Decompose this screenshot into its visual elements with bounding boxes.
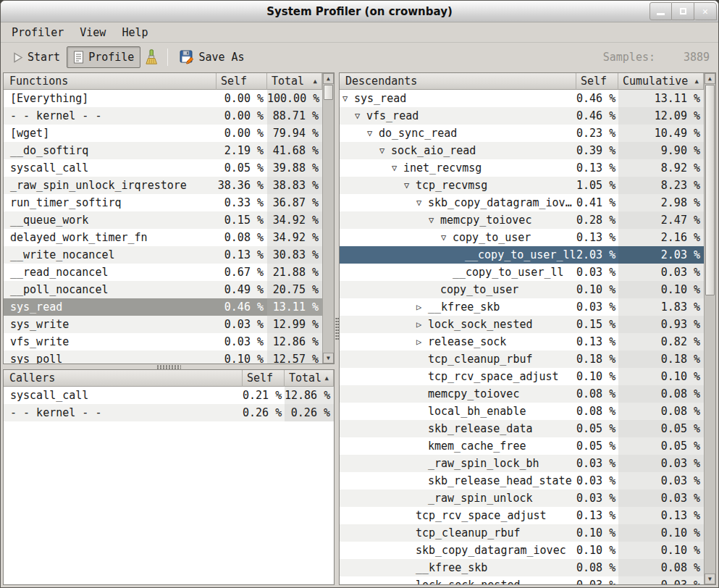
tree-row[interactable]: __kfree_skb0.08 %0.08 %	[340, 559, 704, 576]
descendants-scrollbar-track[interactable]	[705, 84, 715, 574]
table-row[interactable]: vfs_write0.03 %12.86 %	[4, 333, 322, 350]
self-column-header[interactable]: Self	[243, 370, 285, 387]
tree-row[interactable]: skb_release_data0.05 %0.05 %	[340, 420, 704, 437]
tree-row[interactable]: ▽sock_aio_read0.39 %9.90 %	[340, 142, 704, 159]
expander-closed-icon[interactable]: ▷	[416, 298, 428, 316]
tree-row[interactable]: kmem_cache_free0.05 %0.05 %	[340, 437, 704, 455]
tree-row[interactable]: _raw_spin_lock_bh0.03 %0.03 %	[340, 455, 704, 472]
total-column-header[interactable]: Total ▲	[285, 370, 334, 387]
scroll-down-icon[interactable]: ▼	[705, 574, 715, 584]
table-row[interactable]: __queue_work0.15 %34.92 %	[4, 211, 322, 229]
callers-column-header[interactable]: Callers	[4, 370, 243, 387]
tree-row[interactable]: memcpy_toiovec0.08 %0.08 %	[340, 385, 704, 403]
tree-row[interactable]: ▷release_sock0.13 %0.82 %	[340, 333, 704, 350]
expander-open-icon[interactable]: ▽	[342, 90, 354, 107]
table-row[interactable]: __do_softirq2.19 %41.68 %	[4, 142, 322, 159]
expander-closed-icon[interactable]: ▷	[416, 316, 428, 333]
tree-row[interactable]: tcp_rcv_space_adjust0.10 %0.10 %	[340, 368, 704, 385]
tree-row[interactable]: ▽memcpy_toiovec0.28 %2.47 %	[340, 211, 704, 229]
tree-row[interactable]: ▽copy_to_user0.13 %2.16 %	[340, 229, 704, 246]
menu-view[interactable]: View	[72, 24, 114, 41]
tree-row[interactable]: ▷lock_sock_nested0.15 %0.93 %	[340, 316, 704, 333]
tree-row[interactable]: tcp_cleanup_rbuf0.10 %0.10 %	[340, 524, 704, 542]
functions-scrollbar-thumb[interactable]	[324, 85, 333, 100]
expander-open-icon[interactable]: ▽	[379, 142, 391, 159]
start-button[interactable]: Start	[7, 46, 67, 68]
self-percent-cell: 0.46 %	[576, 90, 618, 107]
table-row[interactable]: run_timer_softirq0.33 %36.87 %	[4, 194, 322, 211]
tree-row[interactable]: tcp_rcv_space_adjust0.13 %0.13 %	[340, 507, 704, 524]
table-row[interactable]: __read_nocancel0.67 %21.88 %	[4, 264, 322, 281]
expander-open-icon[interactable]: ▽	[367, 125, 379, 142]
table-row[interactable]: __write_nocancel0.13 %30.83 %	[4, 246, 322, 264]
tree-row[interactable]: _raw_spin_unlock0.03 %0.03 %	[340, 490, 704, 507]
total-percent-cell: 0.10 %	[618, 542, 704, 559]
menu-profiler[interactable]: Profiler	[4, 24, 72, 41]
tree-row[interactable]: ▽vfs_read0.46 %12.09 %	[340, 107, 704, 125]
save-as-button[interactable]: Save As	[173, 46, 251, 69]
table-row[interactable]: [wget]0.00 %79.94 %	[4, 125, 322, 142]
table-row[interactable]: __poll_nocancel0.49 %20.75 %	[4, 281, 322, 298]
self-column-header[interactable]: Self	[576, 73, 618, 90]
functions-scrollbar-track[interactable]	[323, 84, 334, 353]
self-percent-cell: 0.03 %	[576, 455, 618, 472]
close-button[interactable]: ✕	[694, 2, 717, 20]
scroll-down-icon[interactable]: ▼	[323, 353, 334, 364]
cumulative-column-header[interactable]: Cumulative ▲	[618, 73, 704, 90]
expander-open-icon[interactable]: ▽	[429, 211, 440, 229]
tree-row[interactable]: ▽skb_copy_datagram_iov…0.41 %2.98 %	[340, 194, 704, 211]
horizontal-splitter[interactable]	[3, 364, 335, 369]
expander-open-icon[interactable]: ▽	[441, 229, 453, 246]
total-percent-cell: 2.16 %	[618, 229, 704, 246]
table-row[interactable]: syscall_call0.05 %39.88 %	[4, 159, 322, 177]
self-column-header[interactable]: Self	[216, 73, 267, 90]
left-column: Functions Self Total ▲ [Everything]0.00 …	[3, 72, 335, 585]
table-row[interactable]: - - kernel - -0.00 %88.71 %	[4, 107, 322, 125]
menu-help[interactable]: Help	[114, 24, 156, 41]
expander-open-icon[interactable]: ▽	[392, 159, 403, 177]
maximize-button[interactable]	[672, 2, 694, 20]
tree-row[interactable]: skb_copy_datagram_iovec0.10 %0.10 %	[340, 542, 704, 559]
expander-open-icon[interactable]: ▽	[404, 177, 416, 194]
tree-row[interactable]: ▽inet_recvmsg0.13 %8.92 %	[340, 159, 704, 177]
table-row[interactable]: - - kernel - -0.26 %0.26 %	[4, 404, 334, 421]
tree-row[interactable]: ▽sys_read0.46 %13.11 %	[340, 90, 704, 107]
tree-row[interactable]: __copy_to_user_ll2.03 %2.03 %	[340, 246, 704, 264]
tree-row[interactable]: skb_release_head_state0.03 %0.03 %	[340, 472, 704, 490]
reset-button[interactable]	[140, 45, 162, 70]
profile-toggle-button[interactable]: Profile	[67, 46, 140, 68]
tree-row[interactable]: ▽do_sync_read0.23 %10.49 %	[340, 125, 704, 142]
self-percent-cell: 0.10 %	[576, 368, 618, 385]
functions-scrollbar[interactable]: ▲ ▼	[322, 73, 334, 364]
expander-closed-icon[interactable]: ▷	[416, 333, 428, 350]
table-row[interactable]: sys_poll0.10 %12.57 %	[4, 350, 322, 364]
minimize-button[interactable]	[649, 2, 672, 20]
scroll-up-icon[interactable]: ▲	[323, 73, 334, 84]
descendants-scrollbar[interactable]: ▲ ▼	[704, 73, 715, 584]
table-row[interactable]: sys_write0.03 %12.99 %	[4, 316, 322, 333]
tree-row[interactable]: __copy_to_user_ll0.03 %0.03 %	[340, 264, 704, 281]
tree-row[interactable]: lock_sock_nested0.03 %0.03 %	[340, 576, 704, 584]
function-name-cell: ▽skb_copy_datagram_iov…	[340, 194, 576, 211]
self-percent-cell: 0.08 %	[216, 229, 267, 246]
descendants-column-header[interactable]: Descendants	[340, 73, 576, 90]
descendants-scrollbar-thumb[interactable]	[705, 85, 715, 295]
titlebar[interactable]: System Profiler (on crownbay) ✕	[1, 1, 718, 22]
total-column-header[interactable]: Total ▲	[267, 73, 322, 90]
table-row[interactable]: sys_read0.46 %13.11 %	[4, 298, 322, 316]
table-row[interactable]: [Everything]0.00 %100.00 %	[4, 90, 322, 107]
table-row[interactable]: _raw_spin_unlock_irqrestore38.36 %38.83 …	[4, 177, 322, 194]
tree-row[interactable]: ▽tcp_recvmsg1.05 %8.23 %	[340, 177, 704, 194]
expander-open-icon[interactable]: ▽	[416, 194, 428, 211]
functions-column-header[interactable]: Functions	[4, 73, 216, 90]
total-percent-cell: 0.10 %	[618, 524, 704, 542]
tree-row[interactable]: local_bh_enable0.08 %0.08 %	[340, 403, 704, 420]
tree-row[interactable]: tcp_cleanup_rbuf0.18 %0.18 %	[340, 350, 704, 368]
expander-open-icon[interactable]: ▽	[355, 107, 366, 125]
table-row[interactable]: delayed_work_timer_fn0.08 %34.92 %	[4, 229, 322, 246]
function-name-cell: sys_read	[4, 298, 216, 316]
tree-row[interactable]: ▷__kfree_skb0.03 %1.83 %	[340, 298, 704, 316]
tree-row[interactable]: copy_to_user0.10 %0.10 %	[340, 281, 704, 298]
scroll-up-icon[interactable]: ▲	[705, 73, 715, 84]
table-row[interactable]: syscall_call0.21 %12.86 %	[4, 387, 334, 404]
